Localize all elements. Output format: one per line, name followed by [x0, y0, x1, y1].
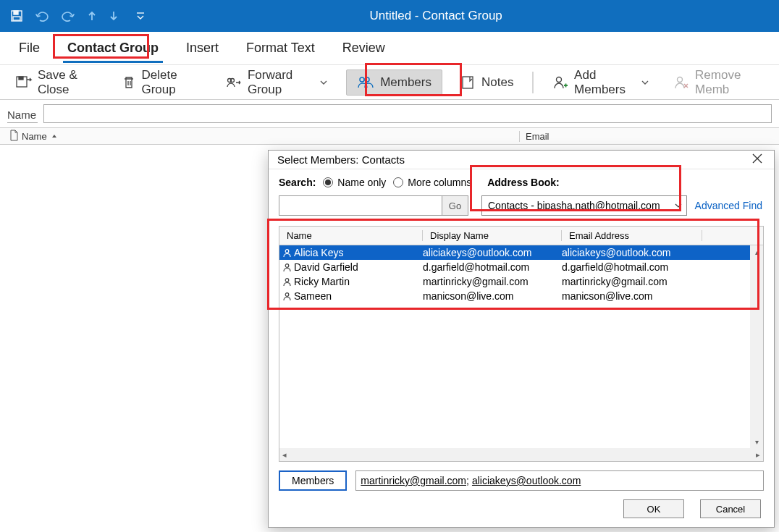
search-options-row: Search: Name only More columns Address B…: [279, 177, 764, 188]
contact-row[interactable]: Sameenmanicson@live.commanicson@live.com: [279, 289, 763, 303]
tab-format-text[interactable]: Format Text: [242, 36, 319, 60]
scroll-left-icon[interactable]: ◂: [282, 450, 287, 460]
scroll-up-icon[interactable]: ▴: [750, 245, 763, 258]
main-list-headers: Name Email: [0, 127, 779, 145]
search-row: Go Contacts - bipasha.nath@hotmail.com A…: [279, 195, 764, 216]
scroll-down-icon[interactable]: ▾: [750, 435, 763, 448]
svg-point-12: [678, 77, 683, 82]
search-input[interactable]: [279, 195, 442, 216]
go-button[interactable]: Go: [442, 195, 468, 216]
add-members-icon: [552, 75, 568, 90]
contacts-list: Name Display Name Email Address Alicia K…: [279, 226, 764, 462]
members-row: Members martinricky@gmail.com; aliciakey…: [279, 470, 764, 491]
radio-more-columns[interactable]: More columns: [393, 177, 471, 188]
chevron-down-icon: [320, 80, 327, 85]
contact-email: aliciakeys@outlook.com: [562, 247, 763, 258]
delete-group-button[interactable]: Delete Group: [117, 64, 206, 101]
notes-button[interactable]: Notes: [455, 71, 519, 94]
col-name[interactable]: Name: [279, 230, 423, 241]
dialog-title: Select Members: Contacts: [277, 153, 405, 166]
save-close-button[interactable]: Save & Close: [10, 64, 104, 101]
members-icon: [357, 75, 374, 90]
forward-group-button[interactable]: Forward Group: [220, 64, 333, 101]
svg-rect-10: [463, 77, 473, 88]
add-members-button[interactable]: Add Members: [547, 64, 654, 101]
dialog-body: Search: Name only More columns Address B…: [269, 169, 774, 491]
chevron-down-icon: [641, 80, 649, 85]
col-email[interactable]: Email Address: [562, 230, 702, 241]
remove-member-icon: [673, 75, 689, 90]
advanced-find-link[interactable]: Advanced Find: [695, 200, 764, 211]
col-display[interactable]: Display Name: [423, 230, 562, 241]
radio-dot-icon: [393, 177, 403, 187]
members-button[interactable]: Members: [346, 69, 442, 96]
vertical-scrollbar[interactable]: ▴ ▾: [750, 245, 763, 448]
person-icon: [279, 248, 294, 258]
members-token: aliciakeys@outlook.com: [472, 475, 581, 486]
window-title: Untitled - Contact Group: [370, 9, 502, 23]
dialog-titlebar: Select Members: Contacts: [269, 151, 774, 169]
person-icon: [279, 292, 294, 301]
person-icon: [279, 263, 294, 272]
contact-display: martinricky@gmail.com: [423, 276, 562, 287]
qat-customize-icon[interactable]: [136, 11, 145, 21]
tab-contact-group[interactable]: Contact Group: [63, 36, 163, 60]
dialog-buttons: OK Cancel: [269, 491, 774, 528]
sort-asc-icon: [51, 133, 57, 139]
contacts-rows: Alicia Keysaliciakeys@outlook.comaliciak…: [279, 245, 763, 303]
ok-button[interactable]: OK: [623, 499, 684, 518]
contact-name: David Garfield: [294, 261, 423, 273]
contact-row[interactable]: Alicia Keysaliciakeys@outlook.comaliciak…: [279, 245, 763, 260]
tab-file[interactable]: File: [14, 36, 44, 60]
radio-dot-icon: [323, 177, 333, 187]
svg-point-16: [285, 292, 289, 296]
quick-access-toolbar: [0, 9, 145, 22]
svg-point-9: [365, 77, 369, 82]
redo-icon[interactable]: [61, 9, 75, 22]
radio-name-only[interactable]: Name only: [323, 177, 386, 188]
down-icon[interactable]: [109, 10, 119, 22]
add-members-label: Add Members: [574, 68, 634, 97]
cancel-button[interactable]: Cancel: [700, 499, 761, 518]
save-icon[interactable]: [10, 9, 23, 22]
remove-member-button[interactable]: Remove Memb: [668, 64, 769, 101]
members-token: martinricky@gmail.com;: [361, 475, 469, 486]
title-bar: Untitled - Contact Group: [0, 0, 779, 32]
contact-row[interactable]: David Garfieldd.garfield@hotmail.comd.ga…: [279, 260, 763, 274]
horizontal-scrollbar[interactable]: ◂ ▸: [279, 448, 763, 461]
members-label: Members: [380, 75, 431, 90]
close-button[interactable]: [749, 151, 765, 169]
ribbon-separator: [532, 72, 534, 93]
tab-insert[interactable]: Insert: [182, 36, 223, 60]
column-header-name[interactable]: Name: [0, 131, 520, 142]
up-icon[interactable]: [87, 10, 97, 22]
contacts-list-headers: Name Display Name Email Address: [279, 227, 763, 245]
document-icon: [9, 130, 19, 143]
tab-review[interactable]: Review: [338, 36, 390, 60]
group-name-input[interactable]: [43, 104, 772, 123]
menu-tabs: File Contact Group Insert Format Text Re…: [0, 32, 779, 65]
svg-point-14: [285, 263, 289, 267]
chevron-down-icon: [675, 203, 682, 208]
svg-point-8: [360, 77, 364, 82]
contact-email: manicson@live.com: [562, 290, 763, 302]
contact-name: Alicia Keys: [294, 247, 423, 258]
svg-rect-1: [14, 11, 18, 14]
ribbon: Save & Close Delete Group Forward Group …: [0, 65, 779, 100]
undo-icon[interactable]: [35, 9, 49, 22]
members-add-button[interactable]: Members: [279, 470, 347, 491]
members-input[interactable]: martinricky@gmail.com; aliciakeys@outloo…: [355, 470, 764, 491]
contact-row[interactable]: Ricky Martinmartinricky@gmail.commartinr…: [279, 274, 763, 289]
person-icon: [279, 277, 294, 287]
close-icon: [752, 153, 762, 164]
column-email-label: Email: [526, 131, 549, 142]
remove-member-label: Remove Memb: [695, 68, 763, 97]
column-name-label: Name: [22, 131, 47, 142]
contact-name: Sameen: [294, 290, 423, 302]
address-book-combo[interactable]: Contacts - bipasha.nath@hotmail.com: [481, 195, 687, 216]
column-header-email[interactable]: Email: [520, 131, 779, 142]
contact-display: manicson@live.com: [423, 290, 562, 302]
scroll-right-icon[interactable]: ▸: [756, 450, 760, 460]
save-close-icon: [16, 75, 32, 90]
select-members-dialog: Select Members: Contacts Search: Name on…: [268, 150, 775, 528]
